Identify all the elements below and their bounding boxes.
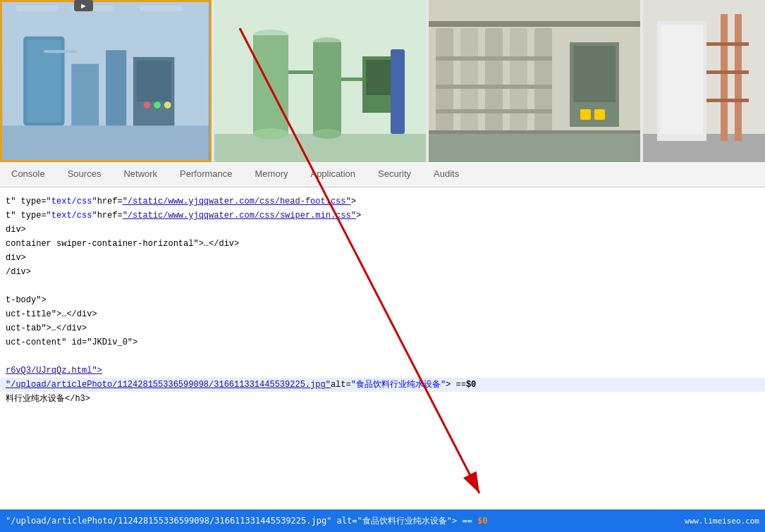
code-link-4[interactable]: "/upload/articlePhoto/112428155336599098… (6, 378, 331, 392)
code-line-4: container swiper-container-horizontal">…… (0, 237, 765, 251)
svg-rect-23 (313, 42, 341, 134)
tab-memory[interactable]: Memory (244, 162, 300, 187)
tab-performance[interactable]: Performance (169, 162, 243, 187)
dollar-zero: $0 (477, 516, 487, 526)
svg-rect-52 (706, 42, 749, 46)
code-line-9: uct-title">…</div> (0, 307, 765, 321)
tab-security[interactable]: Security (367, 162, 422, 187)
svg-rect-54 (706, 99, 749, 102)
equipment-svg-1 (2, 2, 209, 160)
code-link-3[interactable]: r6vQ3/UJrqQz.html"> (6, 364, 102, 378)
equipment-svg-4 (643, 0, 765, 162)
svg-rect-31 (429, 134, 640, 162)
dollar-zero-indicator: $0 (466, 378, 476, 392)
code-line-5: div> (0, 251, 765, 265)
svg-rect-29 (391, 49, 405, 134)
tab-application[interactable]: Application (299, 162, 367, 187)
svg-point-24 (313, 129, 341, 139)
code-line-blank-2 (0, 349, 765, 364)
equipment-svg-3 (429, 0, 640, 162)
watermark-text: www.limeiseo.com (685, 516, 759, 526)
svg-rect-33 (460, 28, 478, 134)
svg-rect-26 (366, 60, 394, 95)
code-line-6: /div> (0, 265, 765, 279)
gallery-image-1[interactable] (0, 0, 212, 162)
code-panel: t" type="text/css" href="/static/www.yjq… (0, 187, 765, 518)
equipment-svg-2 (214, 0, 426, 162)
code-line-1: t" type="text/css" href="/static/www.yjq… (0, 194, 765, 209)
image-gallery (0, 0, 765, 162)
code-text: t" type= (6, 194, 47, 209)
svg-rect-42 (580, 109, 591, 120)
tab-audits[interactable]: Audits (422, 162, 470, 187)
code-line-10: uct-tab">…</div> (0, 321, 765, 335)
code-attr: "text/css" (47, 194, 97, 209)
gallery-image-2[interactable] (214, 0, 426, 162)
code-line-13: r6vQ3/UJrqQz.html"> (0, 364, 765, 378)
code-line-14-selected: "/upload/articlePhoto/112428155336599098… (0, 378, 765, 392)
svg-rect-27 (288, 70, 313, 74)
svg-rect-34 (485, 28, 503, 134)
status-bar: "/upload/articlePhoto/112428155336599098… (0, 509, 765, 532)
svg-rect-44 (429, 21, 640, 27)
code-line-11: uct-content" id="JKDiv_0"> (0, 335, 765, 349)
svg-rect-20 (253, 35, 288, 134)
svg-rect-51 (735, 14, 742, 141)
svg-rect-32 (436, 28, 453, 134)
code-line-blank-1 (0, 279, 765, 293)
tab-network[interactable]: Network (112, 162, 169, 187)
code-link-2[interactable]: "/static/www.yjqqwater.com/css/swiper.mi… (123, 209, 356, 223)
gallery-image-3[interactable] (429, 0, 640, 162)
tab-console[interactable]: Console (0, 162, 56, 187)
gallery-image-4[interactable] (643, 0, 765, 162)
svg-rect-35 (510, 28, 527, 134)
code-line-15: 料行业纯水设备</h3> (0, 392, 765, 406)
devtools-tab-bar: Console Sources Network Performance Memo… (0, 162, 765, 187)
source-code: t" type="text/css" href="/static/www.yjq… (0, 187, 765, 413)
code-line-2: t" type="text/css" href="/static/www.yjq… (0, 209, 765, 223)
devtools-panel: Console Sources Network Performance Memo… (0, 162, 765, 532)
svg-rect-16 (3, 2, 209, 160)
code-line-8: t-body"> (0, 293, 765, 307)
code-line-3: div> (0, 223, 765, 237)
svg-rect-45 (429, 130, 640, 134)
tooltip-badge: ► (74, 0, 93, 11)
svg-point-21 (253, 128, 288, 140)
svg-rect-36 (534, 28, 552, 134)
svg-rect-38 (436, 85, 552, 89)
svg-rect-39 (436, 109, 552, 113)
tab-sources[interactable]: Sources (56, 162, 113, 187)
svg-rect-53 (706, 70, 749, 74)
code-link-1[interactable]: "/static/www.yjqqwater.com/css/head-foot… (123, 194, 351, 209)
svg-rect-37 (436, 56, 552, 61)
svg-rect-50 (721, 14, 728, 141)
svg-rect-43 (594, 109, 605, 120)
svg-rect-28 (341, 78, 362, 81)
svg-rect-41 (573, 46, 616, 102)
svg-rect-49 (661, 25, 703, 134)
status-bar-text: "/upload/articlePhoto/112428155336599098… (6, 515, 685, 527)
